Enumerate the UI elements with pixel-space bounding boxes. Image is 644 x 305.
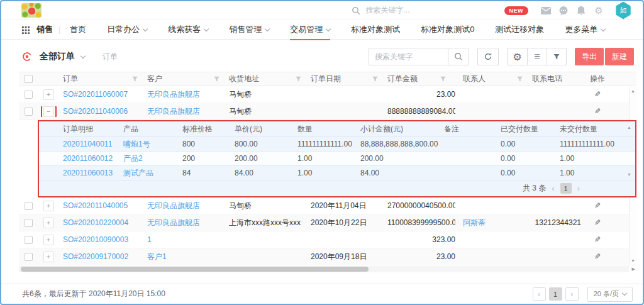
detail-row[interactable]: 202011060012 产品2 200 200.00 1.00 200.00 … — [39, 152, 635, 166]
edit-icon[interactable] — [594, 107, 601, 116]
order-link[interactable]: SO#202010090003 — [63, 235, 128, 244]
edit-icon[interactable] — [594, 201, 601, 210]
edit-icon[interactable] — [594, 90, 601, 99]
customer-link[interactable]: 无印良品旗舰店 — [147, 90, 200, 99]
scroll-up-icon[interactable]: ▲ — [631, 89, 635, 93]
detail-id-link[interactable]: 202011060013 — [63, 169, 113, 177]
horizontal-scrollbar[interactable]: ▶ — [19, 266, 629, 272]
order-link[interactable]: SO#202011040005 — [63, 201, 128, 210]
edit-icon[interactable] — [594, 235, 601, 244]
nav-item-home[interactable]: 首页 — [70, 20, 86, 40]
row-checkbox[interactable] — [25, 202, 33, 210]
row-checkbox[interactable] — [25, 219, 33, 227]
settings-gear-icon[interactable]: ⚙ — [508, 48, 527, 65]
column-list-icon[interactable]: ≡ — [527, 48, 547, 65]
filter-funnel-icon[interactable] — [440, 75, 447, 82]
collapse-row-icon[interactable] — [43, 106, 54, 117]
bell-icon[interactable] — [572, 6, 590, 16]
chevron-down-icon[interactable] — [80, 53, 86, 58]
list-search-button[interactable] — [448, 48, 469, 65]
detail-id-link[interactable]: 202011060012 — [63, 154, 113, 163]
edit-icon[interactable] — [594, 218, 601, 227]
chat-icon[interactable] — [555, 6, 572, 16]
app-grid-icon[interactable] — [21, 26, 30, 34]
unit-price-cell: 200.00 — [235, 154, 297, 163]
row-checkbox[interactable] — [25, 108, 33, 116]
table-row[interactable]: SO#202011040005 无印良品旗舰店 马甸桥 2020年11月04日 … — [19, 197, 636, 214]
select-all-checkbox[interactable] — [25, 75, 33, 83]
expand-row-icon[interactable] — [43, 89, 54, 100]
product-link[interactable]: 产品2 — [123, 154, 143, 163]
order-link[interactable]: SO#202010220004 — [63, 218, 128, 227]
customer-link[interactable]: 1 — [147, 235, 152, 244]
customer-link[interactable]: 无印良品旗舰店 — [147, 218, 200, 227]
filter-funnel-icon[interactable] — [516, 75, 523, 82]
order-link[interactable]: SO#202011040006 — [63, 107, 128, 116]
expand-row-icon[interactable] — [43, 201, 54, 211]
customer-link[interactable]: 客户1 — [147, 252, 167, 261]
scroll-down-icon[interactable]: ▼ — [631, 258, 635, 263]
order-link[interactable]: SO#202009170002 — [63, 252, 128, 261]
detail-row[interactable]: 202011040011 嘴炮1号 800 800.00 11111111111… — [39, 137, 635, 152]
order-link[interactable]: SO#202011060007 — [63, 90, 128, 99]
nav-item-lead-gen[interactable]: 线索获客 — [168, 20, 208, 40]
refresh-button[interactable] — [477, 48, 499, 65]
create-button[interactable]: 新建 — [605, 48, 634, 65]
nav-item-daily-office[interactable]: 日常办公 — [107, 20, 147, 40]
address-cell: 马甸桥 — [229, 201, 311, 211]
row-checkbox[interactable] — [25, 236, 33, 244]
product-link[interactable]: 嘴炮1号 — [123, 140, 150, 148]
nav-item-standard-object-test[interactable]: 标准对象测试 — [351, 20, 400, 40]
global-search[interactable]: 搜索关键字... — [352, 5, 409, 16]
expand-row-icon[interactable] — [43, 218, 54, 228]
filter-funnel-icon[interactable] — [295, 75, 302, 82]
list-search-input[interactable] — [369, 48, 448, 65]
nav-item-standard-object-test0[interactable]: 标准对象测试0 — [421, 20, 474, 40]
table-row[interactable]: SO#202011060007 无印良品旗舰店 马甸桥 23.00 — [19, 86, 636, 103]
app-logo[interactable] — [21, 3, 42, 18]
next-page-button[interactable]: › — [565, 287, 579, 301]
avatar[interactable]: 如 — [615, 2, 631, 19]
subtotal-cell: 200.00 — [360, 154, 444, 163]
detail-prev-page-icon[interactable]: ‹ — [552, 184, 554, 192]
detail-id-link[interactable]: 202011040011 — [63, 140, 112, 148]
nav-item-sales-mgmt[interactable]: 销售管理 — [229, 20, 269, 40]
horizontal-scrollbar-thumb[interactable] — [21, 267, 369, 272]
filter-funnel-icon[interactable] — [131, 75, 138, 82]
prev-page-button[interactable]: ‹ — [533, 287, 546, 301]
customer-link[interactable]: 无印良品旗舰店 — [147, 201, 200, 210]
amount-cell: 23.00 — [387, 90, 455, 99]
detail-next-page-icon[interactable]: › — [577, 184, 580, 192]
mail-icon[interactable] — [537, 7, 555, 14]
contact-link[interactable]: 阿斯蒂 — [463, 218, 486, 227]
current-page[interactable]: 1 — [549, 287, 562, 301]
scroll-right-icon[interactable]: ▶ — [632, 267, 635, 272]
nav-item-test-migration-object[interactable]: 测试迁移对象 — [495, 20, 544, 40]
scroll-down-icon[interactable]: ▼ — [627, 172, 631, 177]
export-button[interactable]: 导出 — [575, 48, 604, 65]
table-row[interactable]: SO#202009170002 客户1 2020年09月18日 23.00 — [19, 248, 636, 265]
row-checkbox[interactable] — [25, 91, 33, 99]
nav-item-trade-mgmt[interactable]: 交易管理 — [290, 20, 330, 40]
filter-funnel-icon[interactable] — [372, 75, 379, 82]
table-row[interactable]: SO#202011040006 无印良品旗舰店 马甸桥 888888888890… — [19, 103, 636, 120]
customer-link[interactable]: 无印良品旗舰店 — [147, 107, 200, 116]
filter-funnel-icon[interactable] — [213, 75, 220, 82]
row-checkbox[interactable] — [25, 253, 33, 261]
page-size-select[interactable]: 20 条/页 — [587, 287, 633, 302]
detail-row[interactable]: 202011060013 测试产品 84 84.00 1.00 84.00 0.… — [39, 166, 635, 180]
app-name[interactable]: 销售 — [36, 24, 53, 35]
expand-row-icon[interactable] — [43, 235, 54, 245]
detail-current-page[interactable]: 1 — [560, 183, 572, 194]
expand-row-icon[interactable] — [43, 252, 54, 262]
nav-item-more-menu[interactable]: 更多菜单 — [565, 20, 605, 40]
scroll-up-icon[interactable]: ▲ — [627, 125, 631, 130]
gear-icon[interactable]: ⚙ — [590, 6, 608, 15]
filter-icon[interactable] — [547, 48, 566, 65]
table-row[interactable]: SO#202010090003 1 323.00 — [19, 231, 636, 248]
table-row[interactable]: SO#202010220004 无印良品旗舰店 上海市xxx路xxx号xxx 2… — [19, 214, 636, 231]
product-link[interactable]: 测试产品 — [123, 169, 153, 177]
price-cell: 84 — [182, 169, 235, 177]
view-title[interactable]: 全部订单 — [40, 51, 75, 62]
edit-icon[interactable] — [594, 252, 601, 261]
